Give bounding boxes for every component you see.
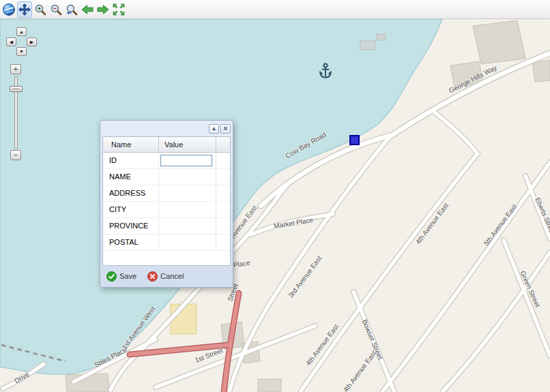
pan-icon <box>18 3 31 16</box>
cancel-button[interactable]: Cancel <box>147 271 184 282</box>
pan-down-button[interactable]: ▼ <box>16 47 27 56</box>
save-button[interactable]: Save <box>106 271 136 282</box>
zoom-out-button[interactable] <box>48 1 63 18</box>
property-row-province: PROVINCE <box>103 218 230 235</box>
zoom-in-icon <box>34 3 46 16</box>
property-name: PROVINCE <box>103 218 159 234</box>
zoom-out-slider-button[interactable]: − <box>10 150 21 160</box>
collapse-button[interactable]: ▲ <box>209 124 219 134</box>
zoom-previous-button[interactable] <box>64 1 79 18</box>
property-name: ADDRESS <box>103 185 159 201</box>
property-row-postal: POSTAL <box>103 235 230 251</box>
zoom-in-slider-button[interactable]: + <box>10 64 21 74</box>
close-button[interactable]: × <box>220 124 231 134</box>
property-value-cell[interactable] <box>159 235 216 250</box>
window-footer: Save Cancel <box>102 267 231 285</box>
feature-editor-window: ▲ × Name Value ID NAME ADDRE <box>100 120 233 288</box>
main-toolbar <box>0 0 550 19</box>
arrow-right-icon <box>96 3 110 16</box>
history-forward-button[interactable] <box>96 1 111 18</box>
cancel-x-icon <box>147 271 158 282</box>
window-header[interactable]: ▲ × <box>102 123 231 134</box>
property-row-address: ADDRESS <box>103 185 230 202</box>
property-row-city: CITY <box>103 202 230 218</box>
zoom-previous-icon <box>66 3 78 16</box>
property-row-id: ID <box>103 153 230 169</box>
property-row-name: NAME <box>103 169 230 185</box>
max-extent-icon <box>113 3 125 16</box>
property-name: POSTAL <box>103 235 159 250</box>
arrow-left-icon <box>81 3 94 16</box>
zoom-slider-handle[interactable] <box>10 86 23 92</box>
property-value-cell[interactable] <box>159 185 216 201</box>
attribute-grid: Name Value ID NAME ADDRESS <box>102 136 231 266</box>
history-back-button[interactable] <box>80 1 95 18</box>
selected-feature-marker[interactable] <box>349 135 360 145</box>
save-check-icon <box>106 271 117 282</box>
pan-right-button[interactable]: ▶ <box>27 37 37 46</box>
id-value-input[interactable] <box>160 155 212 166</box>
google-earth-icon <box>2 3 16 16</box>
zoom-in-button[interactable] <box>33 1 48 18</box>
property-name: CITY <box>103 202 159 217</box>
property-name: ID <box>103 153 159 168</box>
column-header-value[interactable]: Value <box>159 137 216 152</box>
anchor-icon <box>318 63 333 82</box>
property-value-cell[interactable] <box>159 202 216 217</box>
app-window: George Hills Way Cow Bay Road Market Pla… <box>0 0 550 392</box>
column-header-spacer <box>216 137 230 152</box>
property-name: NAME <box>103 169 159 185</box>
map-viewport[interactable] <box>0 0 550 392</box>
property-value-cell[interactable] <box>159 169 216 185</box>
pan-left-button[interactable]: ◀ <box>6 37 16 46</box>
pan-tool-button[interactable] <box>17 1 32 18</box>
property-value-cell[interactable] <box>159 218 216 234</box>
save-label: Save <box>119 272 136 280</box>
grid-header: Name Value <box>103 137 230 153</box>
google-earth-button[interactable] <box>1 1 16 18</box>
cancel-label: Cancel <box>160 272 184 280</box>
max-extent-button[interactable] <box>111 1 126 18</box>
column-header-name[interactable]: Name <box>103 137 159 152</box>
zoom-out-icon <box>50 3 62 16</box>
pan-up-button[interactable]: ▲ <box>16 27 27 36</box>
property-value-cell[interactable] <box>159 153 216 168</box>
